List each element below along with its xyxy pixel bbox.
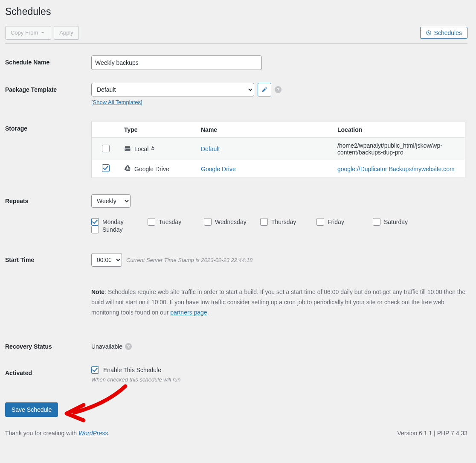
activated-row: Enable This Schedule (91, 366, 467, 374)
help-icon[interactable]: ? (125, 343, 132, 350)
day-option: Monday (91, 218, 148, 226)
pencil-square-icon (261, 87, 267, 93)
day-label: Wednesday (215, 218, 247, 225)
storage-type: Local (124, 145, 192, 153)
day-option: Wednesday (204, 218, 260, 226)
footer: Thank you for creating with WordPress. V… (5, 430, 467, 437)
activated-help: When checked this schedule will run (91, 376, 467, 383)
save-schedule-button[interactable]: Save Schedule (5, 402, 58, 417)
activated-label: Enable This Schedule (103, 367, 161, 373)
storage-location-link[interactable]: google://Duplicator Backups/mywebsite.co… (337, 166, 455, 172)
server-time-hint: Current Server Time Stamp is 2023-02-23 … (126, 257, 253, 263)
edit-template-button[interactable] (258, 83, 271, 96)
day-label: Friday (328, 218, 344, 225)
col-location: Location (333, 122, 465, 138)
label-recovery-status: Recovery Status (5, 340, 91, 350)
storage-name-link[interactable]: Default (201, 146, 220, 152)
storage-name-link[interactable]: Google Drive (201, 166, 236, 172)
day-checkbox[interactable] (260, 218, 268, 226)
repeats-select[interactable]: Weekly (91, 194, 131, 208)
clock-icon (426, 30, 432, 36)
gdrive-icon (124, 165, 131, 173)
table-row: Google DriveGoogle Drivegoogle://Duplica… (92, 160, 465, 178)
wordpress-link[interactable]: WordPress (78, 430, 108, 437)
show-all-templates-link[interactable]: [Show All Templates] (91, 99, 467, 105)
activated-checkbox[interactable] (91, 366, 99, 374)
day-label: Monday (102, 218, 124, 225)
day-option: Thursday (260, 218, 316, 226)
storage-checkbox[interactable] (102, 145, 110, 152)
day-label: Saturday (384, 218, 408, 225)
day-label: Thursday (271, 218, 296, 225)
label-package-template: Package Template (5, 83, 91, 93)
day-label: Sunday (102, 226, 122, 233)
start-time-select[interactable]: 00:00 (91, 253, 122, 267)
day-option: Saturday (373, 218, 429, 226)
chevron-down-icon (40, 30, 46, 36)
page-title: Schedules (5, 6, 467, 17)
partners-page-link[interactable]: partners page (170, 309, 207, 316)
table-row: LocalDefault/home2/wpanalyt/public_html/… (92, 138, 465, 160)
day-checkbox[interactable] (148, 218, 155, 226)
day-checkbox[interactable] (204, 218, 212, 226)
hdd-icon (124, 145, 131, 153)
recovery-status-value: Unavailable (91, 343, 122, 350)
col-type: Type (120, 122, 197, 138)
refresh-icon (150, 146, 155, 152)
storage-table: Type Name Location LocalDefault/home2/wp… (91, 122, 465, 178)
storage-location: /home2/wpanalyt/public_html/jskow/wp-con… (333, 138, 465, 160)
label-start-time: Start Time (5, 253, 91, 263)
col-name: Name (197, 122, 333, 138)
day-label: Tuesday (159, 218, 181, 225)
day-checkbox[interactable] (373, 218, 380, 226)
schedules-link[interactable]: Schedules (420, 27, 467, 39)
label-storage: Storage (5, 122, 91, 132)
storage-type: Google Drive (124, 165, 192, 173)
label-repeats: Repeats (5, 194, 91, 204)
day-checkbox[interactable] (91, 218, 99, 226)
day-option: Tuesday (148, 218, 204, 226)
apply-button[interactable]: Apply (54, 26, 79, 40)
day-option: Friday (316, 218, 373, 226)
day-checkbox[interactable] (91, 226, 99, 233)
help-icon[interactable]: ? (275, 86, 282, 93)
version-text: Version 6.1.1 | PHP 7.4.33 (398, 430, 468, 437)
schedule-name-input[interactable] (91, 55, 262, 70)
start-time-note: Note: Schedules require web site traffic… (91, 287, 467, 317)
package-template-select[interactable]: Default (91, 83, 254, 96)
arrow-annotation (61, 381, 130, 424)
copy-from-button[interactable]: Copy From (5, 26, 51, 40)
label-activated: Activated (5, 366, 91, 376)
day-option: Sunday (91, 226, 148, 233)
storage-checkbox[interactable] (102, 164, 110, 172)
label-schedule-name: Schedule Name (5, 55, 91, 66)
toolbar: Copy From Apply Schedules (5, 26, 467, 44)
day-checkbox[interactable] (316, 218, 324, 226)
